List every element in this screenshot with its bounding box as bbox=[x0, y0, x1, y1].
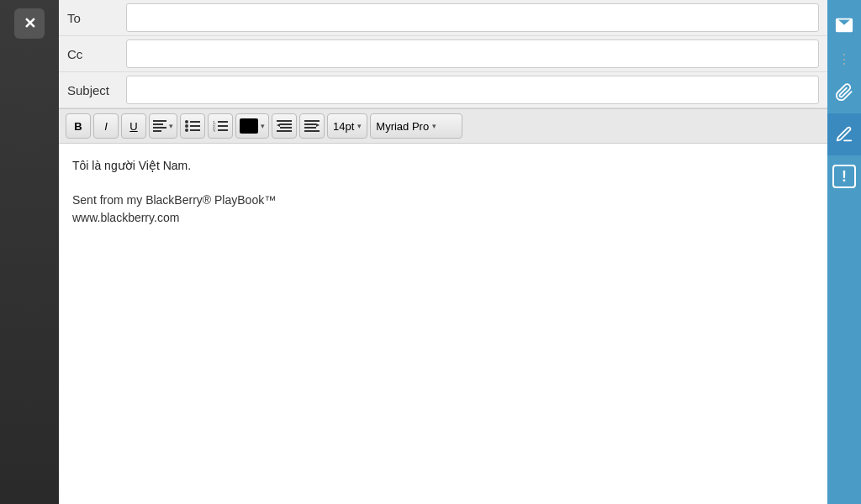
svg-text:3.: 3. bbox=[213, 129, 216, 132]
color-swatch bbox=[240, 118, 258, 134]
color-chevron-icon: ▾ bbox=[261, 122, 265, 130]
left-sidebar: ✕ bbox=[0, 0, 59, 504]
svg-rect-11 bbox=[218, 121, 228, 123]
svg-rect-1 bbox=[153, 123, 163, 125]
svg-marker-20 bbox=[277, 123, 280, 127]
svg-rect-23 bbox=[304, 127, 316, 129]
to-row: To bbox=[59, 0, 827, 36]
svg-point-6 bbox=[185, 124, 188, 128]
align-chevron-icon: ▾ bbox=[169, 122, 173, 130]
underline-label: U bbox=[129, 120, 137, 133]
underline-button[interactable]: U bbox=[121, 113, 146, 139]
svg-rect-17 bbox=[280, 123, 292, 125]
font-size-value: 14pt bbox=[333, 120, 354, 133]
svg-rect-0 bbox=[153, 120, 166, 122]
bold-button[interactable]: B bbox=[66, 113, 91, 139]
cc-row: Cc bbox=[59, 36, 827, 72]
align-dropdown[interactable]: ▾ bbox=[149, 113, 177, 139]
svg-rect-21 bbox=[304, 120, 320, 122]
svg-rect-15 bbox=[218, 129, 228, 131]
compose-icon bbox=[835, 125, 853, 144]
bullet-list-button[interactable] bbox=[180, 113, 205, 139]
to-label: To bbox=[67, 11, 126, 25]
indent-left-button[interactable] bbox=[272, 113, 297, 139]
color-dropdown[interactable]: ▾ bbox=[235, 113, 269, 139]
compose-button[interactable] bbox=[827, 113, 861, 155]
email-icon bbox=[835, 16, 853, 34]
numbered-list-button[interactable]: 1. 2. 3. bbox=[208, 113, 233, 139]
font-family-chevron-icon: ▾ bbox=[432, 122, 436, 130]
signature-line-1: Sent from my BlackBerry® PlayBook™ bbox=[72, 192, 814, 209]
font-family-value: Myriad Pro bbox=[376, 120, 429, 133]
exclaim-label: ! bbox=[842, 168, 847, 186]
indent-left-icon bbox=[277, 120, 292, 132]
svg-rect-19 bbox=[277, 130, 292, 132]
cc-input[interactable] bbox=[126, 39, 819, 68]
to-input[interactable] bbox=[126, 3, 819, 32]
svg-rect-5 bbox=[190, 121, 200, 123]
main-content: To Cc Subject B I U ▾ bbox=[59, 0, 827, 504]
priority-button[interactable]: ! bbox=[827, 155, 861, 197]
font-size-dropdown[interactable]: 14pt ▾ bbox=[327, 113, 367, 139]
svg-rect-13 bbox=[218, 125, 228, 127]
svg-rect-7 bbox=[190, 125, 200, 127]
numbered-list-icon: 1. 2. 3. bbox=[213, 120, 228, 132]
more-options-button[interactable]: ⋮ bbox=[827, 46, 861, 71]
subject-input[interactable] bbox=[126, 76, 819, 104]
svg-point-8 bbox=[185, 129, 188, 132]
attachment-icon bbox=[835, 83, 853, 102]
indent-right-button[interactable] bbox=[299, 113, 325, 139]
svg-rect-9 bbox=[190, 129, 200, 131]
svg-rect-2 bbox=[153, 127, 166, 129]
font-size-chevron-icon: ▾ bbox=[357, 122, 362, 130]
font-family-dropdown[interactable]: Myriad Pro ▾ bbox=[370, 113, 462, 139]
close-button[interactable]: ✕ bbox=[14, 8, 45, 39]
italic-label: I bbox=[104, 120, 108, 133]
svg-rect-22 bbox=[304, 123, 316, 125]
bold-label: B bbox=[74, 120, 82, 133]
email-signature: Sent from my BlackBerry® PlayBook™ www.b… bbox=[72, 192, 814, 227]
svg-rect-24 bbox=[304, 130, 320, 132]
email-icon-button[interactable] bbox=[827, 4, 861, 46]
email-editor[interactable]: Tôi là người Việt Nam. Sent from my Blac… bbox=[59, 144, 827, 504]
email-fields: To Cc Subject bbox=[59, 0, 827, 109]
svg-marker-25 bbox=[316, 123, 320, 127]
svg-rect-18 bbox=[280, 127, 292, 129]
svg-rect-16 bbox=[277, 120, 292, 122]
formatting-toolbar: B I U ▾ bbox=[59, 109, 827, 144]
close-icon: ✕ bbox=[24, 16, 36, 31]
right-sidebar: ⋮ ! bbox=[827, 0, 861, 504]
dots-icon: ⋮ bbox=[837, 51, 851, 67]
bullet-list-icon bbox=[185, 120, 200, 132]
priority-icon: ! bbox=[832, 165, 856, 188]
cc-label: Cc bbox=[67, 47, 126, 61]
signature-line-2: www.blackberry.com bbox=[72, 209, 814, 227]
svg-rect-3 bbox=[153, 130, 161, 132]
align-icon bbox=[153, 120, 166, 132]
body-text: Tôi là người Việt Nam. bbox=[72, 157, 814, 175]
italic-button[interactable]: I bbox=[93, 113, 119, 139]
attachment-button[interactable] bbox=[827, 71, 861, 113]
svg-point-4 bbox=[185, 120, 188, 123]
indent-right-icon bbox=[304, 120, 320, 132]
subject-label: Subject bbox=[67, 83, 126, 97]
subject-row: Subject bbox=[59, 72, 827, 108]
